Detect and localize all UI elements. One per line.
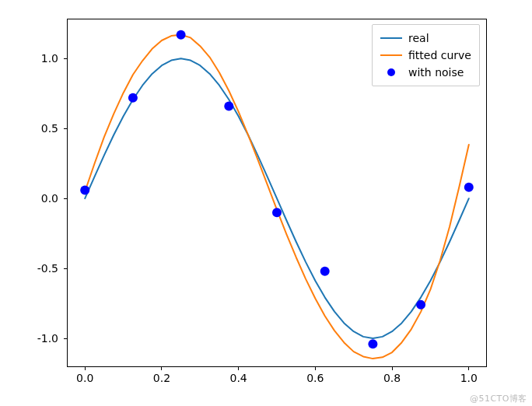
x-tick-label: 0.6 bbox=[306, 372, 324, 384]
legend-label: with noise bbox=[408, 66, 464, 79]
legend-label: fitted curve bbox=[408, 49, 471, 61]
x-tick bbox=[161, 366, 162, 370]
axes: real fitted curve with noise 0.00.20.40.… bbox=[67, 19, 487, 367]
legend-swatch-line bbox=[380, 54, 402, 56]
x-tick-label: 0.4 bbox=[230, 372, 247, 384]
x-tick bbox=[85, 366, 86, 370]
x-tick-label: 0.8 bbox=[383, 372, 401, 384]
legend-label: real bbox=[408, 32, 429, 44]
scatter-point bbox=[368, 339, 377, 348]
legend-entry-real: real bbox=[380, 30, 471, 47]
legend: real fitted curve with noise bbox=[372, 24, 480, 86]
y-tick-label: -0.5 bbox=[37, 262, 58, 275]
x-tick bbox=[238, 366, 239, 370]
scatter-point bbox=[128, 93, 138, 103]
legend-entry-fitted: fitted curve bbox=[380, 47, 471, 64]
series-real bbox=[85, 58, 469, 338]
x-tick-label: 0.0 bbox=[76, 372, 93, 384]
y-tick bbox=[64, 338, 68, 339]
x-tick bbox=[315, 366, 316, 370]
scatter-point bbox=[177, 30, 186, 40]
legend-swatch-marker bbox=[380, 68, 402, 76]
y-tick-label: -1.0 bbox=[37, 332, 58, 345]
scatter-point bbox=[272, 208, 282, 217]
y-tick bbox=[64, 268, 68, 269]
figure: real fitted curve with noise 0.00.20.40.… bbox=[0, 0, 532, 406]
y-tick-label: 0.0 bbox=[41, 192, 58, 205]
scatter-point bbox=[464, 183, 474, 192]
y-tick bbox=[64, 58, 68, 59]
scatter-point bbox=[320, 267, 330, 276]
scatter-point bbox=[80, 185, 89, 194]
x-tick-label: 1.0 bbox=[460, 372, 478, 384]
y-tick bbox=[64, 128, 68, 129]
watermark: @51CTO博客 bbox=[470, 393, 527, 404]
y-tick-label: 0.5 bbox=[41, 122, 58, 135]
x-tick bbox=[468, 366, 469, 370]
x-tick-label: 0.2 bbox=[153, 372, 170, 384]
y-tick bbox=[64, 198, 68, 199]
y-tick-label: 1.0 bbox=[41, 52, 58, 65]
x-tick bbox=[392, 366, 393, 370]
scatter-point bbox=[224, 102, 233, 111]
legend-swatch-line bbox=[380, 37, 402, 39]
scatter-point bbox=[416, 300, 425, 310]
legend-entry-noise: with noise bbox=[380, 64, 471, 81]
